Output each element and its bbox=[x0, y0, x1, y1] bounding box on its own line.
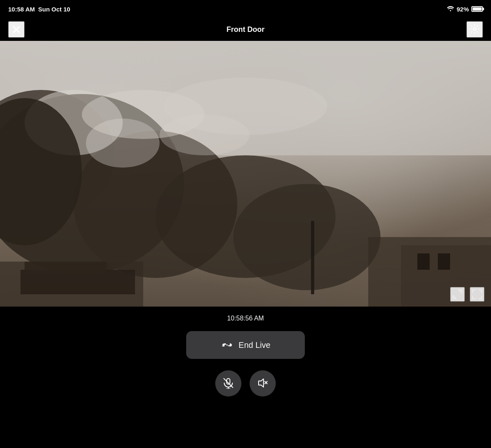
status-indicators: 92% bbox=[447, 6, 483, 13]
wifi-icon bbox=[447, 6, 454, 13]
svg-rect-15 bbox=[417, 253, 430, 270]
svg-marker-25 bbox=[259, 379, 264, 387]
battery-percentage: 92% bbox=[457, 6, 469, 13]
fullscreen-button[interactable] bbox=[470, 287, 484, 302]
battery-icon bbox=[471, 6, 483, 12]
svg-point-8 bbox=[233, 184, 381, 290]
audio-controls bbox=[215, 370, 276, 396]
settings-button[interactable] bbox=[466, 21, 483, 38]
camera-feed bbox=[0, 41, 491, 307]
svg-point-19 bbox=[86, 119, 160, 168]
svg-rect-16 bbox=[438, 253, 450, 270]
status-date: Sun Oct 10 bbox=[38, 6, 70, 13]
camera-overlay-controls bbox=[450, 287, 484, 302]
phone-end-icon bbox=[221, 338, 233, 352]
page-title: Front Door bbox=[227, 25, 265, 34]
status-bar: 10:58 AM Sun Oct 10 92% bbox=[0, 0, 491, 18]
mic-off-icon bbox=[223, 377, 234, 390]
end-live-button[interactable]: End Live bbox=[186, 331, 305, 359]
expand-icon bbox=[452, 289, 463, 300]
controls-area: 10:58:56 AM End Live bbox=[0, 307, 491, 413]
svg-point-20 bbox=[160, 114, 250, 155]
mute-speaker-button[interactable] bbox=[250, 370, 276, 396]
gear-icon bbox=[469, 24, 480, 36]
expand-button[interactable] bbox=[450, 287, 465, 302]
live-timestamp: 10:58:56 AM bbox=[227, 315, 264, 322]
svg-rect-17 bbox=[311, 221, 314, 294]
nav-bar: Front Door bbox=[0, 18, 491, 41]
status-time: 10:58 AM bbox=[8, 6, 35, 13]
close-button[interactable] bbox=[8, 21, 25, 38]
speaker-off-icon bbox=[257, 377, 268, 390]
end-live-label: End Live bbox=[239, 340, 270, 350]
mute-mic-button[interactable] bbox=[215, 370, 241, 396]
svg-point-0 bbox=[473, 27, 476, 30]
camera-overlay bbox=[0, 41, 491, 307]
svg-rect-13 bbox=[25, 262, 106, 274]
close-icon bbox=[12, 25, 21, 34]
fullscreen-icon bbox=[471, 289, 483, 300]
